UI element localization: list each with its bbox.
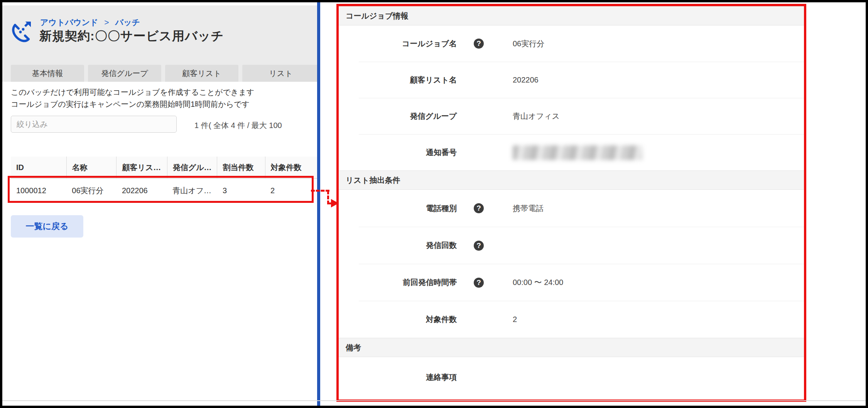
result-count: 1 件( 全体 4 件 / 最大 100 [194,120,282,131]
help-icon[interactable]: ? [474,278,484,288]
field-label: 前回発信時間帯 [339,277,457,288]
field-value: 06実行分 [513,39,544,49]
batch-detail-page: アウトバウンド > バッチ 新規契約:〇〇サービス用バッチ 基本情報 発信グルー… [2,2,317,406]
annotation-arrow-segment [311,190,329,192]
field-row-contact-notes: 連絡事項 [339,357,804,397]
field-row-outbound-group: 発信グループ 青山オフィス [339,98,804,134]
field-label: コールジョブ名 [339,39,457,49]
cell-customer-list[interactable]: 202206 [117,179,167,203]
field-value: 202206 [513,76,539,84]
window-bottom-edge [2,400,866,401]
field-row-last-call-time-range: 前回発信時間帯 ? 00:00 〜 24:00 [339,264,804,301]
field-value: 00:00 〜 24:00 [513,277,563,288]
page-header: アウトバウンド > バッチ 新規契約:〇〇サービス用バッチ 基本情報 発信グルー… [2,5,317,82]
field-label: 発信グループ [339,111,457,121]
col-header-target-count: 対象件数 [265,157,317,179]
breadcrumb-item-outbound[interactable]: アウトバウンド [40,18,98,27]
field-row-target-count: 対象件数 2 [339,301,804,338]
outbound-call-icon [8,19,33,44]
tab-customer-list[interactable]: 顧客リスト [165,65,238,82]
field-row-call-attempts: 発信回数 ? [339,227,804,264]
annotation-blue-divider-line [317,2,320,406]
screenshot-frame: アウトバウンド > バッチ 新規契約:〇〇サービス用バッチ 基本情報 発信グルー… [0,0,868,408]
col-header-name: 名称 [66,157,117,179]
filter-input[interactable] [11,116,177,133]
section-header-remarks: 備考 [339,338,804,357]
section-header-list-extraction: リスト抽出条件 [339,170,804,190]
breadcrumb-item-batch[interactable]: バッチ [115,18,140,27]
call-job-detail-panel: コールジョブ情報 コールジョブ名 ? 06実行分 顧客リスト名 202206 発… [336,4,806,402]
col-header-group: 発信グル… [167,157,217,179]
cell-name[interactable]: 06実行分 [66,179,117,203]
field-row-phone-type: 電話種別 ? 携帯電話 [339,190,804,227]
field-value: 2 [513,315,517,324]
field-value: 青山オフィス [513,111,560,121]
page-title: 新規契約:〇〇サービス用バッチ [39,28,224,45]
col-header-id: ID [11,157,66,179]
tab-bar: 基本情報 発信グループ 顧客リスト リスト [11,65,317,82]
call-job-table: ID 名称 顧客リス… 発信グル… 割当件数 対象件数 1000012 06実行… [11,157,317,202]
section-header-call-job-info: コールジョブ情報 [339,6,804,25]
tab-basic-info[interactable]: 基本情報 [11,65,84,82]
cell-assigned-count[interactable]: 3 [217,179,265,203]
cell-target-count[interactable]: 2 [265,179,317,203]
field-label: 発信回数 [339,240,457,251]
col-header-customer-list: 顧客リス… [117,157,167,179]
table-row[interactable]: 1000012 06実行分 202206 青山オフ… 3 2 [11,179,317,203]
breadcrumb: アウトバウンド > バッチ [40,17,140,28]
help-icon[interactable]: ? [474,203,484,213]
description-text: このバッチだけで利用可能なコールジョブを作成することができます コールジョブの実… [11,86,254,110]
cell-id[interactable]: 1000012 [11,179,66,203]
table-header-row: ID 名称 顧客リス… 発信グル… 割当件数 対象件数 [11,157,317,179]
help-icon[interactable]: ? [474,241,484,251]
field-row-call-job-name: コールジョブ名 ? 06実行分 [339,25,804,62]
back-to-list-button[interactable]: 一覧に戻る [11,215,83,238]
breadcrumb-separator: > [104,18,109,27]
field-label: 電話種別 [339,203,457,214]
tab-list[interactable]: リスト [242,65,317,82]
help-icon[interactable]: ? [474,39,484,49]
description-line-1: このバッチだけで利用可能なコールジョブを作成することができます [11,86,254,98]
field-label: 顧客リスト名 [339,75,457,85]
redacted-value [513,145,642,160]
description-line-2: コールジョブの実行はキャンペーンの業務開始時間1時間前からです [11,98,254,110]
field-value: 携帯電話 [513,203,544,214]
col-header-assigned-count: 割当件数 [217,157,265,179]
field-label: 通知番号 [339,147,457,158]
field-label: 連絡事項 [339,372,457,383]
field-row-customer-list-name: 顧客リスト名 202206 [339,62,804,98]
cell-group[interactable]: 青山オフ… [167,179,217,203]
tab-outbound-group[interactable]: 発信グループ [88,65,161,82]
field-label: 対象件数 [339,314,457,325]
field-row-notification-number: 通知番号 [339,134,804,170]
